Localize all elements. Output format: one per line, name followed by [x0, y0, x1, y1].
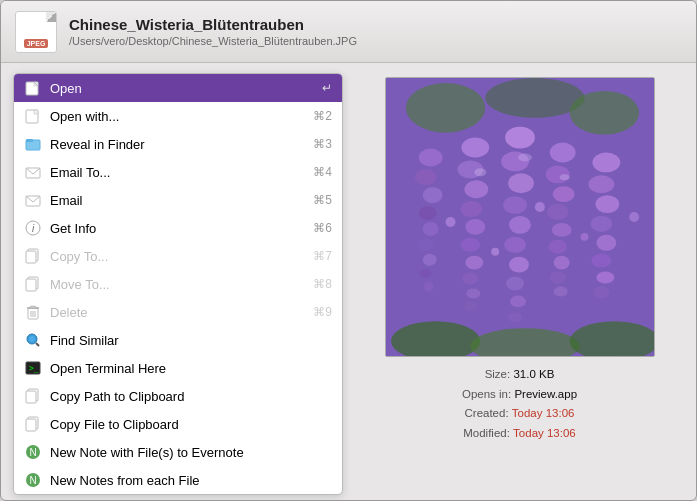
- menu-item-email-to[interactable]: Email To...⌘4: [14, 158, 342, 186]
- get-info-icon: i: [24, 219, 42, 237]
- svg-point-22: [29, 336, 35, 342]
- reveal-in-finder-icon: [24, 135, 42, 153]
- svg-rect-6: [26, 139, 33, 142]
- preview-panel: Size: 31.0 KB Opens in: Preview.app Crea…: [355, 73, 684, 495]
- open-terminal-label: Open Terminal Here: [50, 361, 332, 376]
- svg-marker-4: [34, 110, 38, 114]
- modified-label: Modified:: [463, 427, 510, 439]
- svg-point-43: [417, 239, 433, 251]
- new-notes-each-icon: N: [24, 471, 42, 489]
- title-info: Chinese_Wisteria_Blütentrauben /Users/ve…: [69, 16, 357, 47]
- modified-value: Today 13:06: [513, 427, 576, 439]
- new-notes-each-label: New Notes from each File: [50, 473, 332, 488]
- svg-text:N: N: [29, 475, 36, 486]
- menu-item-new-notes-each[interactable]: NNew Notes from each File: [14, 466, 342, 494]
- menu-item-open[interactable]: Open↵: [14, 74, 342, 102]
- opens-in-value: Preview.app: [514, 388, 577, 400]
- svg-point-69: [552, 186, 574, 202]
- svg-point-59: [508, 173, 534, 193]
- created-label: Created:: [465, 407, 509, 419]
- reveal-in-finder-label: Reveal in Finder: [50, 137, 305, 152]
- preview-image: [385, 77, 655, 357]
- svg-point-45: [419, 269, 431, 279]
- svg-rect-29: [26, 419, 36, 431]
- open-with-shortcut: ⌘2: [313, 109, 332, 123]
- svg-point-86: [534, 202, 544, 212]
- new-note-evernote-icon: N: [24, 443, 42, 461]
- svg-point-60: [503, 196, 527, 214]
- svg-point-77: [588, 175, 614, 193]
- svg-point-79: [590, 216, 612, 232]
- svg-point-87: [580, 233, 588, 241]
- svg-point-75: [553, 286, 567, 296]
- svg-point-37: [569, 91, 638, 135]
- copy-file-icon: [24, 415, 42, 433]
- reveal-in-finder-shortcut: ⌘3: [313, 137, 332, 151]
- svg-point-84: [445, 217, 455, 227]
- svg-point-68: [545, 165, 569, 183]
- svg-point-40: [422, 187, 442, 203]
- menu-item-copy-to: Copy To...⌘7: [14, 242, 342, 270]
- move-to-shortcut: ⌘8: [313, 277, 332, 291]
- svg-point-41: [418, 206, 436, 220]
- svg-line-23: [36, 343, 39, 346]
- menu-item-get-info[interactable]: iGet Info⌘6: [14, 214, 342, 242]
- svg-point-88: [629, 212, 639, 222]
- email-to-icon: [24, 163, 42, 181]
- title-bar: JPEG Chinese_Wisteria_Blütentrauben /Use…: [1, 1, 696, 63]
- svg-point-38: [418, 149, 442, 167]
- email-to-label: Email To...: [50, 165, 305, 180]
- svg-point-47: [461, 138, 489, 158]
- menu-item-email[interactable]: Email⌘5: [14, 186, 342, 214]
- svg-point-92: [474, 168, 486, 176]
- file-info: Size: 31.0 KB Opens in: Preview.app Crea…: [462, 365, 577, 443]
- copy-to-shortcut: ⌘7: [313, 249, 332, 263]
- delete-label: Delete: [50, 305, 305, 320]
- svg-point-81: [591, 254, 611, 268]
- menu-item-open-with[interactable]: Open with...⌘2: [14, 102, 342, 130]
- copy-file-label: Copy File to Clipboard: [50, 417, 332, 432]
- svg-point-76: [592, 152, 620, 172]
- open-with-label: Open with...: [50, 109, 305, 124]
- move-to-label: Move To...: [50, 277, 305, 292]
- svg-point-53: [465, 256, 483, 270]
- copy-path-icon: [24, 387, 42, 405]
- svg-point-65: [510, 295, 526, 307]
- svg-point-46: [423, 282, 433, 292]
- menu-item-reveal-in-finder[interactable]: Reveal in Finder⌘3: [14, 130, 342, 158]
- email-shortcut: ⌘5: [313, 193, 332, 207]
- new-note-evernote-label: New Note with File(s) to Evernote: [50, 445, 332, 460]
- menu-item-new-note-evernote[interactable]: NNew Note with File(s) to Evernote: [14, 438, 342, 466]
- app-window: JPEG Chinese_Wisteria_Blütentrauben /Use…: [0, 0, 697, 501]
- svg-point-70: [546, 204, 568, 220]
- svg-point-83: [593, 286, 609, 298]
- svg-point-61: [509, 216, 531, 234]
- menu-item-copy-path[interactable]: Copy Path to Clipboard: [14, 382, 342, 410]
- svg-point-72: [548, 240, 566, 254]
- size-value: 31.0 KB: [513, 368, 554, 380]
- delete-shortcut: ⌘9: [313, 305, 332, 319]
- menu-item-copy-file[interactable]: Copy File to Clipboard: [14, 410, 342, 438]
- svg-point-52: [460, 238, 480, 252]
- copy-path-label: Copy Path to Clipboard: [50, 389, 332, 404]
- menu-item-move-to: Move To...⌘8: [14, 270, 342, 298]
- menu-item-find-similar[interactable]: Find Similar: [14, 326, 342, 354]
- svg-point-55: [466, 288, 480, 298]
- email-label: Email: [50, 193, 305, 208]
- svg-point-73: [553, 256, 569, 270]
- open-label: Open: [50, 81, 314, 96]
- svg-text:>_: >_: [29, 364, 39, 373]
- file-title: Chinese_Wisteria_Blütentrauben: [69, 16, 357, 33]
- svg-point-56: [464, 301, 476, 311]
- svg-rect-17: [30, 306, 36, 308]
- svg-point-36: [485, 78, 584, 118]
- email-icon: [24, 191, 42, 209]
- file-icon: JPEG: [15, 11, 57, 53]
- svg-point-63: [509, 257, 529, 273]
- menu-item-open-terminal[interactable]: >_Open Terminal Here: [14, 354, 342, 382]
- file-ext-label: JPEG: [24, 39, 49, 48]
- svg-point-44: [422, 254, 436, 266]
- svg-point-42: [422, 222, 438, 236]
- svg-point-50: [460, 201, 482, 217]
- file-path: /Users/vero/Desktop/Chinese_Wisteria_Blü…: [69, 35, 357, 47]
